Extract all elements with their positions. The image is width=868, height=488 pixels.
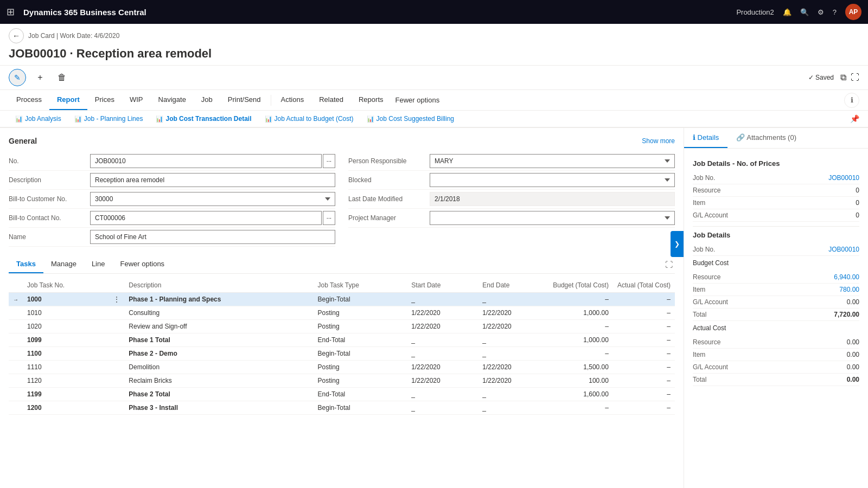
detail-budget-gl: G/L Account 0.00 bbox=[693, 296, 859, 309]
tab-related[interactable]: Related bbox=[311, 90, 351, 110]
project-manager-select[interactable] bbox=[430, 211, 675, 225]
edit-button[interactable]: ✎ bbox=[9, 69, 26, 86]
sub-tab-suggested-billing[interactable]: 📊 Job Cost Suggested Billing bbox=[360, 111, 461, 127]
add-button[interactable]: + bbox=[33, 70, 48, 85]
tab-prices[interactable]: Prices bbox=[87, 90, 122, 110]
breadcrumb-row: ← Job Card | Work Date: 4/6/2020 bbox=[9, 28, 859, 43]
no-ellipsis-button[interactable]: ··· bbox=[323, 154, 335, 168]
row-arrow bbox=[9, 320, 23, 333]
row-task-no: 1120 bbox=[23, 374, 109, 388]
right-expand-button[interactable]: ❯ bbox=[671, 231, 684, 257]
action-row: ✎ + 🗑 ✓ Saved ⧉ ⛶ bbox=[0, 66, 868, 90]
delete-button[interactable]: 🗑 bbox=[54, 70, 69, 85]
expand-icon[interactable]: ⛶ bbox=[851, 73, 859, 82]
fewer-options-tab[interactable]: Fewer options bbox=[391, 91, 444, 110]
table-row[interactable]: 1200Phase 3 - InstallBegin-Total__–– bbox=[9, 401, 675, 415]
tasks-tab-manage[interactable]: Manage bbox=[43, 255, 84, 273]
sub-tab-actual-to-budget[interactable]: 📊 Job Actual to Budget (Cost) bbox=[258, 111, 360, 127]
tab-process[interactable]: Process bbox=[9, 90, 49, 110]
row-end-date: _ bbox=[478, 333, 548, 347]
row-start-date: _ bbox=[407, 333, 478, 347]
row-end-date: _ bbox=[478, 347, 548, 361]
row-budget: 1,600.00 bbox=[548, 388, 613, 401]
row-end-date: 1/22/2020 bbox=[478, 361, 548, 374]
open-new-window-icon[interactable]: ⧉ bbox=[840, 73, 846, 82]
blocked-select[interactable] bbox=[430, 173, 675, 187]
bill-contact-input[interactable] bbox=[90, 211, 322, 225]
row-task-type: Posting bbox=[314, 374, 407, 388]
table-row[interactable]: 1120Reclaim BricksPosting1/22/20201/22/2… bbox=[9, 374, 675, 388]
row-start-date: 1/22/2020 bbox=[407, 320, 478, 333]
detail-job-no: Job No. JOB00010 bbox=[693, 243, 859, 256]
tab-navigate[interactable]: Navigate bbox=[151, 90, 194, 110]
name-input[interactable] bbox=[90, 230, 335, 244]
person-responsible-select-group: MARY bbox=[430, 154, 675, 168]
field-person-responsible: Person Responsible MARY bbox=[348, 152, 675, 171]
table-row[interactable]: 1199Phase 2 TotalEnd-Total__1,600.00– bbox=[9, 388, 675, 401]
general-section-header: General Show more bbox=[9, 137, 675, 145]
row-start-date: _ bbox=[407, 347, 478, 361]
table-row[interactable]: 1099Phase 1 TotalEnd-Total__1,000.00– bbox=[9, 333, 675, 347]
tasks-expand-button[interactable]: ⛶ bbox=[663, 258, 675, 271]
bill-customer-select[interactable]: 30000 bbox=[90, 192, 335, 206]
detail-budget-resource-label: Resource bbox=[693, 273, 720, 281]
settings-icon[interactable]: ⚙ bbox=[818, 8, 824, 16]
detail-job-no-prices-value[interactable]: JOB00010 bbox=[828, 174, 859, 182]
detail-actual-total: Total 0.00 bbox=[693, 374, 859, 386]
blocked-label: Blocked bbox=[348, 176, 430, 184]
divider-1 bbox=[693, 226, 859, 227]
tab-report[interactable]: Report bbox=[49, 90, 87, 110]
row-task-no: 1000 bbox=[23, 293, 109, 306]
row-menu[interactable]: ⋮ bbox=[109, 293, 124, 306]
tab-job[interactable]: Job bbox=[194, 90, 220, 110]
tab-wip[interactable]: WIP bbox=[122, 90, 151, 110]
row-menu bbox=[109, 388, 124, 401]
row-arrow: → bbox=[9, 293, 23, 306]
help-icon[interactable]: ? bbox=[833, 8, 837, 16]
table-row[interactable]: 1100Phase 2 - DemoBegin-Total__–– bbox=[9, 347, 675, 361]
description-input[interactable] bbox=[90, 173, 335, 187]
detail-budget-resource-value: 6,940.00 bbox=[834, 273, 859, 281]
field-no: No. ··· bbox=[9, 152, 335, 171]
sub-tab-cost-transaction-detail[interactable]: 📊 Job Cost Transaction Detail bbox=[149, 111, 258, 127]
actual-cost-title: Actual Cost bbox=[693, 324, 859, 332]
right-tab-attachments[interactable]: 🔗 Attachments (0) bbox=[727, 128, 805, 148]
report-icon-4: 📊 bbox=[265, 115, 272, 123]
no-input[interactable] bbox=[90, 154, 322, 168]
table-row[interactable]: 1020Review and Sign-offPosting1/22/20201… bbox=[9, 320, 675, 333]
bill-contact-ellipsis-button[interactable]: ··· bbox=[323, 211, 335, 225]
col-task-type: Job Task Type bbox=[314, 278, 407, 293]
table-row[interactable]: 1110DemolitionPosting1/22/20201/22/20201… bbox=[9, 361, 675, 374]
project-manager-select-group bbox=[430, 211, 675, 225]
tab-reports[interactable]: Reports bbox=[351, 90, 391, 110]
row-start-date: _ bbox=[407, 401, 478, 415]
row-actual: – bbox=[613, 401, 675, 415]
tasks-tab-tasks[interactable]: Tasks bbox=[9, 255, 43, 273]
tab-actions[interactable]: Actions bbox=[273, 90, 312, 110]
row-task-no: 1200 bbox=[23, 401, 109, 415]
detail-budget-gl-label: G/L Account bbox=[693, 298, 728, 306]
row-arrow bbox=[9, 374, 23, 388]
info-icon[interactable]: ℹ bbox=[844, 93, 859, 108]
back-button[interactable]: ← bbox=[9, 28, 24, 43]
search-icon[interactable]: 🔍 bbox=[800, 8, 809, 16]
person-responsible-select[interactable]: MARY bbox=[430, 154, 675, 168]
row-budget: 1,000.00 bbox=[548, 333, 613, 347]
detail-job-no-value[interactable]: JOB00010 bbox=[828, 246, 859, 253]
tasks-tab-fewer[interactable]: Fewer options bbox=[112, 255, 172, 273]
sub-tab-job-analysis[interactable]: 📊 Job Analysis bbox=[9, 111, 68, 127]
avatar[interactable]: AP bbox=[845, 4, 861, 20]
col-start-date: Start Date bbox=[407, 278, 478, 293]
tasks-tab-line[interactable]: Line bbox=[84, 255, 113, 273]
grid-icon[interactable]: ⊞ bbox=[7, 6, 15, 18]
table-row[interactable]: →1000⋮Phase 1 - Planning and SpecsBegin-… bbox=[9, 293, 675, 306]
top-bar-right: Production2 🔔 🔍 ⚙ ? AP bbox=[736, 4, 861, 20]
table-row[interactable]: 1010ConsultingPosting1/22/20201/22/20201… bbox=[9, 306, 675, 320]
right-tab-details[interactable]: ℹ Details bbox=[684, 128, 727, 148]
show-more-button[interactable]: Show more bbox=[642, 137, 675, 145]
tab-print-send[interactable]: Print/Send bbox=[220, 90, 269, 110]
pin-icon[interactable]: 📌 bbox=[850, 114, 859, 123]
notification-icon[interactable]: 🔔 bbox=[783, 8, 792, 16]
sub-tab-planning-lines[interactable]: 📊 Job - Planning Lines bbox=[68, 111, 150, 127]
right-panel: ℹ Details 🔗 Attachments (0) Job Details … bbox=[684, 128, 868, 488]
